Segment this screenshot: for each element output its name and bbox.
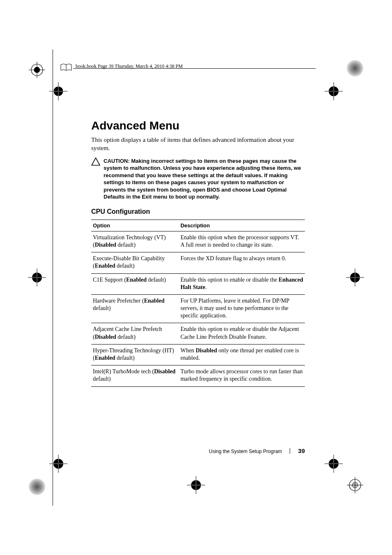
option-cell: C1E Support (Enabled default) [91, 273, 179, 294]
table-row: Execute-Disable Bit Capability (Enabled … [91, 252, 305, 273]
section-subhead: CPU Configuration [91, 208, 305, 215]
footer-divider [290, 448, 290, 454]
option-default-value: Enabled [95, 263, 115, 269]
crosshair-icon [346, 268, 364, 287]
description-bold-term: Enhanced Halt State [180, 277, 303, 290]
option-default-value: Disabled [154, 368, 175, 375]
option-default-value: Disabled [95, 242, 116, 248]
col-description-header: Description [179, 220, 305, 231]
description-cell: Forces the XD feature flag to always ret… [179, 252, 305, 273]
description-cell: When Disabled only one thread per enable… [179, 344, 305, 365]
description-cell: Turbo mode allows processor cores to run… [179, 365, 305, 386]
description-cell: For UP Platforms, leave it enabled. For … [179, 294, 305, 323]
table-row: Intel(R) TurboMode tech (Disabled defaul… [91, 365, 305, 386]
description-bold-term: Disabled [196, 347, 217, 354]
option-default-value: Enabled [95, 355, 115, 361]
crosshair-icon [49, 82, 67, 100]
crosshair-icon [49, 455, 67, 473]
option-default-value: Enabled [126, 277, 147, 283]
col-option-header: Option [91, 220, 179, 231]
registration-mark-icon [28, 61, 46, 79]
crop-line [53, 49, 53, 506]
crosshair-icon [325, 82, 343, 100]
registration-gradient-icon [347, 60, 363, 76]
description-cell: Enable this option when the processor su… [179, 231, 305, 252]
crosshair-icon [187, 476, 205, 494]
option-cell: Adjacent Cache Line Prefetch (Disabled d… [91, 323, 179, 344]
caution-body: Making incorrect settings to items on th… [104, 158, 301, 200]
table-row: Virtualization Technology (VT) (Disabled… [91, 231, 305, 252]
crosshair-icon [28, 268, 46, 287]
caution-lead: CAUTION: [104, 158, 130, 164]
caution-icon [91, 157, 100, 166]
options-table: Option Description Virtualization Techno… [91, 220, 305, 387]
book-icon [60, 63, 72, 72]
page-title: Advanced Menu [91, 119, 305, 132]
footer-section: Using the System Setup Program [209, 449, 282, 454]
description-cell: Enable this option to enable or disable … [179, 273, 305, 294]
caution-text: CAUTION: Making incorrect settings to it… [104, 157, 305, 201]
page-footer: Using the System Setup Program 39 [91, 447, 305, 455]
table-row: Hardware Prefetcher (Enabled default)For… [91, 294, 305, 323]
intro-paragraph: This option displays a table of items th… [91, 136, 305, 153]
option-default-value: Enabled [144, 298, 164, 304]
crosshair-icon [325, 455, 343, 473]
option-cell: Virtualization Technology (VT) (Disabled… [91, 231, 179, 252]
registration-mark-icon [346, 476, 364, 494]
option-cell: Intel(R) TurboMode tech (Disabled defaul… [91, 365, 179, 386]
option-cell: Hyper-Threading Technology (HT) (Enabled… [91, 344, 179, 365]
table-row: Hyper-Threading Technology (HT) (Enabled… [91, 344, 305, 365]
table-row: C1E Support (Enabled default)Enable this… [91, 273, 305, 294]
option-cell: Execute-Disable Bit Capability (Enabled … [91, 252, 179, 273]
running-head: book.book Page 39 Thursday, March 4, 201… [76, 63, 183, 69]
caution-block: CAUTION: Making incorrect settings to it… [91, 157, 305, 201]
registration-gradient-icon [29, 479, 45, 495]
svg-marker-45 [92, 158, 100, 165]
description-cell: Enable this option to enable or disable … [179, 323, 305, 344]
footer-page-number: 39 [298, 447, 305, 454]
option-cell: Hardware Prefetcher (Enabled default) [91, 294, 179, 323]
table-row: Adjacent Cache Line Prefetch (Disabled d… [91, 323, 305, 344]
option-default-value: Disabled [95, 334, 116, 340]
